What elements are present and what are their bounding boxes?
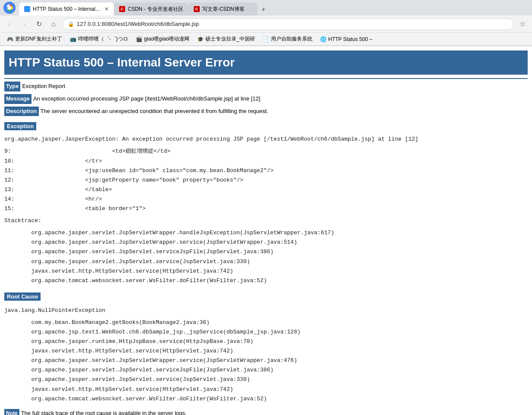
root-cause-line: org.apache.jasper.servlet.JspServlet.ser… [4, 365, 528, 375]
note-label-badge: Note [4, 409, 19, 415]
tabs-bar: 🌐 HTTP Status 500 – Internal Se... ✕ C C… [0, 0, 532, 16]
bookmark-1[interactable]: 🎮 更新DNF鬼剑士补丁 [3, 34, 66, 44]
stacktrace-line: org.apache.jasper.servlet.JspServlet.ser… [4, 257, 528, 267]
bookmark-label-1: 更新DNF鬼剑士补丁 [15, 35, 62, 43]
bookmark-label-4: 硕士专业目录_中国研 [205, 35, 255, 43]
code-line: 9: <td>鎻虹増绁緃</td> [4, 147, 528, 156]
root-cause-badge: Root Cause [4, 292, 41, 301]
code-line: 14: <hr/> [4, 195, 528, 204]
bookmark-icon-6: 🌐 [320, 36, 327, 42]
bookmark-icon-1: 🎮 [7, 36, 13, 42]
error-title-bar: HTTP Status 500 – Internal Server Error [4, 50, 528, 75]
description-label-badge: Description [4, 107, 39, 116]
root-cause-line: com.my.bean.BookManage2.getBooks(BookMan… [4, 318, 528, 327]
message-row: MessageAn exception occurred processing … [4, 94, 528, 104]
bookmark-icon-2: 📺 [70, 36, 76, 42]
svg-point-2 [7, 6, 12, 10]
stacktrace-line: org.apache.jasper.servlet.JspServlet.ser… [4, 247, 528, 257]
code-lines-block: 9: <td>鎻虹増绁緃</td>10: </tr>11: <jsp:useBe… [4, 147, 528, 214]
root-cause-line: javax.servlet.http.HttpServlet.service(H… [4, 346, 528, 356]
tab-label-2: CSDN - 专业开发者社区 [128, 6, 183, 13]
home-button[interactable]: ⌂ [47, 18, 60, 30]
stacktrace-line: javax.servlet.http.HttpServlet.service(H… [4, 267, 528, 276]
bookmark-2[interactable]: 📺 哔哩哔哩（゜-゜)つロ [66, 34, 132, 44]
description-row: DescriptionThe server encountered an une… [4, 107, 528, 116]
back-button[interactable]: ‹ [3, 18, 16, 30]
tab-label-3: 写文章-CSDN博客 [202, 6, 245, 13]
stacktrace-line: org.apache.tomcat.websocket.server.WsFil… [4, 276, 528, 286]
bookmark-label-3: giao哩giao哩动漫网 [144, 35, 189, 43]
note-row: NoteThe full stack trace of the root cau… [4, 409, 528, 415]
exception-header: Exception [4, 119, 528, 132]
title-divider [4, 78, 528, 79]
bookmark-4[interactable]: 🎓 硕士专业目录_中国研 [194, 34, 258, 44]
page-content: HTTP Status 500 – Internal Server Error … [0, 46, 532, 415]
root-cause-line: org.apache.jasper.servlet.JspServletWrap… [4, 356, 528, 365]
stacktrace-line: org.apache.jasper.servlet.JspServletWrap… [4, 228, 528, 238]
type-label-badge: Type [4, 82, 20, 91]
root-cause-line: org.apache.jasper.servlet.JspServlet.ser… [4, 375, 528, 384]
root-cause-line: javax.servlet.http.HttpServlet.service(H… [4, 385, 528, 394]
bookmark-star-button[interactable]: ☆ [516, 18, 529, 30]
root-cause-exception: java.lang.NullPointerException [4, 306, 528, 315]
address-bar[interactable]: 🔒 127.0.0.1:8080/test1/WebRoot/ch6/dbSam… [62, 18, 514, 30]
root-cause-header: Root Cause [4, 288, 528, 303]
address-lock-icon: 🔒 [68, 21, 74, 27]
bookmark-label-5: 用户自助服务系统 [271, 35, 312, 43]
root-cause-line: org.apache.jasper.runtime.HttpJspBase.se… [4, 337, 528, 346]
code-line: 10: </tr> [4, 157, 528, 166]
new-tab-button[interactable]: + [258, 3, 270, 16]
tab-label-1: HTTP Status 500 – Internal Se... [33, 6, 102, 12]
bookmark-label-2: 哔哩哔哩（゜-゜)つロ [78, 35, 128, 43]
tab-favicon-1: 🌐 [24, 6, 30, 12]
root-cause-lines-block: com.my.bean.BookManage2.getBooks(BookMan… [4, 318, 528, 404]
address-text: 127.0.0.1:8080/test1/WebRoot/ch6/dbSampl… [77, 21, 199, 27]
browser-logo [2, 0, 17, 16]
tab-favicon-3: C [194, 6, 200, 12]
tab-2[interactable]: C CSDN - 专业开发者社区 [114, 3, 189, 16]
exception-main-text: org.apache.jasper.JasperException: An ex… [4, 135, 528, 144]
bookmark-icon-3: 🎬 [136, 36, 142, 42]
stacktrace-line: org.apache.jasper.servlet.JspServletWrap… [4, 238, 528, 247]
tab-3[interactable]: C 写文章-CSDN博客 [189, 3, 258, 16]
code-line: 12: <jsp:getProperty name="book" propert… [4, 176, 528, 185]
bookmark-icon-5: 📄 [263, 36, 269, 42]
refresh-button[interactable]: ↻ [33, 18, 45, 30]
code-line: 15: <table border="1"> [4, 204, 528, 214]
root-cause-line: org.apache.jsp.test1.WebRoot.ch6.dbSampl… [4, 327, 528, 337]
type-value: Exception Report [22, 83, 65, 89]
browser-chrome: 🌐 HTTP Status 500 – Internal Se... ✕ C C… [0, 0, 532, 46]
exception-badge: Exception [4, 122, 36, 130]
tab-1[interactable]: 🌐 HTTP Status 500 – Internal Se... ✕ [19, 3, 114, 16]
stacktrace-block: org.apache.jasper.servlet.JspServletWrap… [4, 228, 528, 286]
bookmark-icon-4: 🎓 [197, 36, 204, 42]
bookmark-6[interactable]: 🌐 HTTP Status 500 – [317, 34, 376, 44]
message-value: An exception occurred processing JSP pag… [33, 95, 260, 102]
message-label-badge: Message [4, 94, 31, 104]
stacktrace-label: Stacktrace: [4, 216, 528, 226]
root-cause-line: org.apache.tomcat.websocket.server.WsFil… [4, 394, 528, 404]
code-line: 13: </table> [4, 185, 528, 195]
error-title-text: HTTP Status 500 – Internal Server Error [9, 56, 235, 69]
type-row: TypeException Report [4, 82, 528, 91]
description-value: The server encountered an unexpected con… [41, 108, 268, 114]
code-line: 11: <jsp:useBean id="book" class="com.my… [4, 166, 528, 176]
note-text: The full stack trace of the root cause i… [21, 410, 187, 415]
bookmark-5[interactable]: 📄 用户自助服务系统 [259, 34, 316, 44]
tab-close-1[interactable]: ✕ [104, 6, 109, 12]
bookmarks-bar: 🎮 更新DNF鬼剑士补丁 📺 哔哩哔哩（゜-゜)つロ 🎬 giao哩giao哩动… [0, 33, 532, 46]
forward-button[interactable]: › [18, 18, 30, 30]
nav-bar: ‹ › ↻ ⌂ 🔒 127.0.0.1:8080/test1/WebRoot/c… [0, 16, 532, 33]
bookmark-label-6: HTTP Status 500 – [328, 36, 372, 42]
bookmark-3[interactable]: 🎬 giao哩giao哩动漫网 [132, 34, 193, 44]
tab-favicon-2: C [119, 6, 125, 12]
